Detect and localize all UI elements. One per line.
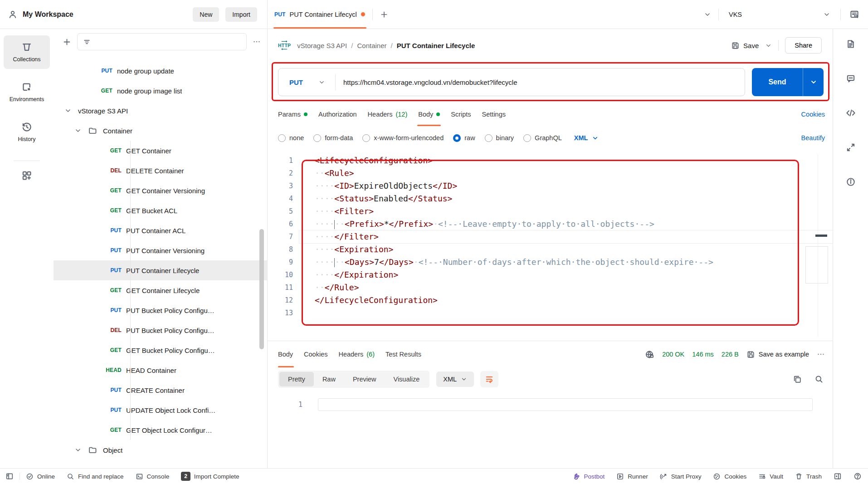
- copy-response-button[interactable]: [793, 375, 802, 384]
- response-status[interactable]: 200 OK: [662, 351, 684, 358]
- tree-request[interactable]: GETGET Container Versioning: [54, 181, 267, 200]
- tree-request[interactable]: PUTPUT Container ACL: [54, 220, 267, 240]
- body-type-none[interactable]: none: [278, 134, 304, 142]
- code-line[interactable]: 11··</Rule>: [268, 281, 833, 294]
- tree-request[interactable]: GETGET Bucket ACL: [54, 200, 267, 220]
- sidebar-item-environments[interactable]: Environments: [4, 75, 50, 109]
- cookies-button[interactable]: Cookies: [707, 473, 752, 480]
- toggle-bottom-panel-button[interactable]: [828, 472, 848, 480]
- beautify-link[interactable]: Beautify: [801, 134, 825, 142]
- code-line[interactable]: 3····<ID>ExpireOldObjects</ID>: [268, 180, 833, 192]
- wrap-text-button[interactable]: [480, 371, 498, 387]
- more-tools-button[interactable]: [21, 170, 32, 181]
- toggle-sidebar-button[interactable]: [5, 472, 20, 480]
- sidebar-item-history[interactable]: History: [4, 115, 50, 149]
- save-button[interactable]: Save: [731, 41, 759, 50]
- breadcrumb-collection[interactable]: vStorage S3 API: [297, 42, 347, 49]
- documentation-button[interactable]: [846, 39, 856, 49]
- environment-quick-look-button[interactable]: [841, 0, 868, 29]
- chevron-down-icon[interactable]: [74, 446, 82, 454]
- console-button[interactable]: Console: [130, 473, 176, 480]
- chevron-down-icon[interactable]: [74, 127, 82, 134]
- editor-scrollbar-thumb[interactable]: [805, 246, 828, 284]
- tab-params[interactable]: Params: [278, 103, 313, 126]
- tab-overflow-button[interactable]: [697, 0, 718, 29]
- add-collection-button[interactable]: [63, 38, 71, 46]
- tab-headers[interactable]: Headers(12): [362, 103, 413, 126]
- response-more-actions-button[interactable]: [817, 350, 825, 358]
- response-tab-cookies[interactable]: Cookies: [298, 341, 333, 367]
- postbot-button[interactable]: Postbot: [566, 472, 611, 480]
- method-selector[interactable]: PUT: [278, 78, 335, 86]
- view-tab-pretty[interactable]: Pretty: [279, 372, 314, 386]
- tab-settings[interactable]: Settings: [477, 103, 511, 126]
- tree-request[interactable]: PUTnode group update: [54, 61, 267, 81]
- search-collections-input[interactable]: [77, 33, 247, 50]
- tree-request[interactable]: GETGET Object Lock Configur…: [54, 420, 267, 440]
- info-button[interactable]: [846, 177, 856, 187]
- body-type-binary[interactable]: binary: [485, 134, 514, 142]
- sidebar-scrollbar[interactable]: [259, 229, 264, 349]
- breadcrumb-folder[interactable]: Container: [357, 42, 386, 49]
- tree-request[interactable]: DELDELETE Container: [54, 161, 267, 181]
- code-line[interactable]: 6······<Prefix>*</Prefix>·<!--·Leave·emp…: [268, 218, 833, 230]
- tree-folder[interactable]: Container: [54, 121, 267, 141]
- code-line[interactable]: 7····</Filter>: [268, 230, 833, 243]
- tab-scripts[interactable]: Scripts: [445, 103, 476, 126]
- code-line[interactable]: 12</LifecycleConfiguration>: [268, 294, 833, 307]
- runner-button[interactable]: Runner: [610, 473, 653, 480]
- workspace-title[interactable]: My Workspace: [23, 10, 73, 19]
- trash-button[interactable]: Trash: [789, 473, 828, 480]
- tree-request[interactable]: GETGET Container Lifecycle: [54, 280, 267, 300]
- body-language-selector[interactable]: XML: [574, 134, 599, 142]
- find-and-replace-button[interactable]: Find and replace: [61, 473, 130, 480]
- body-type-graphql[interactable]: GraphQL: [523, 134, 562, 142]
- send-options-button[interactable]: [803, 68, 824, 96]
- url-input[interactable]: https://hcm04.vstorage.vngcloud.vn/demob…: [336, 78, 517, 86]
- start-proxy-button[interactable]: Start Proxy: [654, 473, 707, 480]
- request-info-arrows-button[interactable]: [846, 142, 856, 152]
- online-status[interactable]: Online: [20, 473, 61, 480]
- tree-request[interactable]: GETGET Container: [54, 141, 267, 161]
- help-button[interactable]: [848, 472, 863, 480]
- new-tab-button[interactable]: [373, 0, 395, 29]
- tree-collection[interactable]: vStorage S3 API: [54, 101, 267, 121]
- save-as-example-button[interactable]: Save as example: [746, 350, 809, 359]
- tree-request[interactable]: GETnode group image list: [54, 81, 267, 101]
- new-button[interactable]: New: [193, 7, 219, 22]
- response-size[interactable]: 226 B: [722, 351, 739, 358]
- view-tab-visualize[interactable]: Visualize: [385, 372, 428, 386]
- tree-request[interactable]: PUTPUT Bucket Policy Configu…: [54, 300, 267, 320]
- view-tab-preview[interactable]: Preview: [344, 372, 385, 386]
- import-button[interactable]: Import: [225, 7, 257, 22]
- tree-request[interactable]: PUTUPDATE Object Lock Confi…: [54, 400, 267, 420]
- code-line[interactable]: 9······<Days>7</Days>·<!--·Number·of·day…: [268, 256, 833, 269]
- body-type-form-data[interactable]: form-data: [313, 134, 353, 142]
- tree-request[interactable]: HEADHEAD Container: [54, 360, 267, 380]
- code-line[interactable]: 4····<Status>Enabled</Status>: [268, 192, 833, 205]
- tree-request[interactable]: PUTPUT Container Versioning: [54, 240, 267, 260]
- tree-request[interactable]: PUTCREATE Container: [54, 380, 267, 400]
- tab-body[interactable]: Body: [413, 103, 445, 126]
- response-time[interactable]: 146 ms: [692, 351, 714, 358]
- code-line[interactable]: 10····</Expiration>: [268, 269, 833, 281]
- response-tab-headers[interactable]: Headers(6): [333, 341, 380, 367]
- share-button[interactable]: Share: [785, 37, 822, 54]
- code-line[interactable]: 1<LifecycleConfiguration>: [268, 154, 833, 167]
- body-type-raw[interactable]: raw: [453, 134, 475, 142]
- request-tab[interactable]: PUT PUT Container Lifecycl: [268, 0, 372, 29]
- tab-authorization[interactable]: Authorization: [313, 103, 362, 126]
- environment-selector[interactable]: VKS: [719, 0, 840, 29]
- body-type-urlencoded[interactable]: x-www-form-urlencoded: [362, 134, 444, 142]
- breadcrumb-request-name[interactable]: PUT Container Lifecycle: [397, 42, 475, 49]
- view-tab-raw[interactable]: Raw: [314, 372, 344, 386]
- code-line[interactable]: 5····<Filter>: [268, 205, 833, 218]
- user-icon[interactable]: [8, 10, 17, 19]
- response-tab-body[interactable]: Body: [278, 341, 298, 367]
- code-line[interactable]: 2··<Rule>: [268, 167, 833, 180]
- sidebar-item-collections[interactable]: Collections: [4, 35, 50, 69]
- save-options-button[interactable]: [765, 42, 772, 49]
- search-response-button[interactable]: [814, 375, 824, 384]
- code-line[interactable]: 8····<Expiration>: [268, 243, 833, 256]
- response-language-selector[interactable]: XML: [436, 372, 474, 387]
